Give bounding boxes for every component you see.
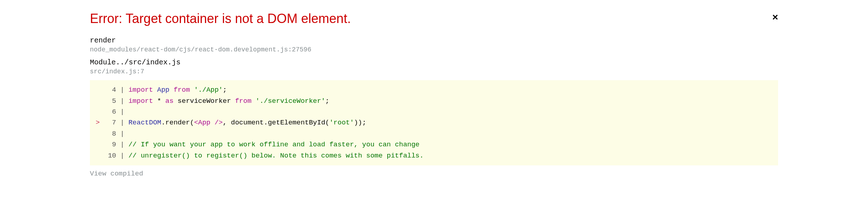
frame-function: Module../src/index.js [90,58,778,67]
code-line: 5 | import * as serviceWorker from './se… [96,96,772,106]
frame-location: node_modules/react-dom/cjs/react-dom.dev… [90,46,778,53]
error-header: Error: Target container is not a DOM ele… [90,11,778,26]
code-line: > 7 | ReactDOM.render(<App />, document.… [96,117,772,128]
frame-location: src/index.js:7 [90,68,778,75]
code-line: 10 | // unregister() to register() below… [96,150,772,161]
stack-frame-0: render node_modules/react-dom/cjs/react-… [90,36,778,53]
frame-function: render [90,36,778,45]
code-line: 4 | import App from './App'; [96,85,772,95]
view-compiled-link[interactable]: View compiled [90,170,778,178]
code-line: 6 | [96,106,772,117]
code-frame: 4 | import App from './App'; 5 | import … [90,80,778,165]
close-icon[interactable]: × [772,12,778,22]
stack-frame-1: Module../src/index.js src/index.js:7 [90,58,778,75]
code-line: 8 | [96,128,772,139]
error-title: Error: Target container is not a DOM ele… [90,11,351,26]
code-line: 9 | // If you want your app to work offl… [96,139,772,150]
